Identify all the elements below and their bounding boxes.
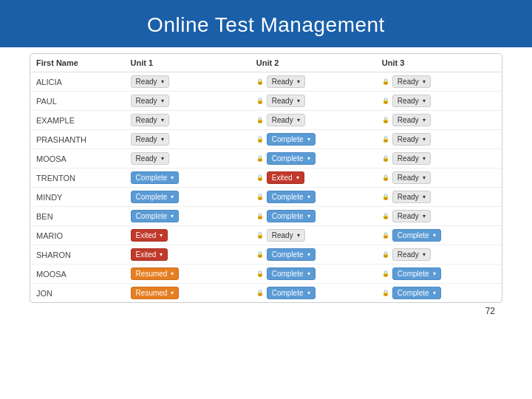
status-badge-complete[interactable]: Complete▾	[267, 191, 316, 203]
dropdown-arrow-icon[interactable]: ▾	[423, 251, 426, 258]
dropdown-arrow-icon[interactable]: ▾	[161, 155, 164, 162]
dropdown-arrow-icon[interactable]: ▾	[423, 174, 426, 181]
status-badge-ready[interactable]: Ready▾	[392, 133, 431, 146]
lock-icon: 🔒	[256, 290, 264, 296]
status-badge-complete[interactable]: Complete▾	[392, 267, 441, 280]
badge-label: Ready	[398, 212, 419, 220]
status-badge-ready[interactable]: Ready▾	[267, 95, 305, 107]
status-badge-complete[interactable]: Complete▾	[392, 287, 441, 299]
cell-unit3: 🔒Ready▾	[376, 72, 502, 92]
dropdown-arrow-icon[interactable]: ▾	[307, 194, 310, 200]
dropdown-arrow-icon[interactable]: ▾	[307, 213, 310, 219]
status-badge-resumed[interactable]: Resumed▾	[131, 287, 180, 299]
cell-unit3: 🔒Ready▾	[376, 92, 502, 111]
status-badge-ready[interactable]: Ready▾	[392, 75, 431, 88]
status-badge-complete[interactable]: Complete▾	[131, 171, 180, 184]
status-badge-complete[interactable]: Complete▾	[267, 248, 316, 261]
dropdown-arrow-icon[interactable]: ▾	[433, 290, 436, 296]
col-first-name: First Name	[30, 54, 125, 72]
lock-icon: 🔒	[382, 270, 389, 277]
status-badge-ready[interactable]: Ready▾	[267, 114, 305, 126]
status-badge-ready[interactable]: Ready▾	[392, 171, 431, 184]
status-badge-ready[interactable]: Ready▾	[392, 114, 431, 126]
status-badge-complete[interactable]: Complete▾	[267, 133, 316, 146]
dropdown-arrow-icon[interactable]: ▾	[433, 270, 436, 277]
dropdown-arrow-icon[interactable]: ▾	[171, 194, 174, 200]
badge-label: Exited	[136, 231, 157, 239]
status-badge-complete[interactable]: Complete▾	[267, 287, 316, 299]
badge-label: Complete	[136, 174, 168, 182]
dropdown-arrow-icon[interactable]: ▾	[296, 174, 299, 181]
dropdown-arrow-icon[interactable]: ▾	[307, 155, 310, 162]
dropdown-arrow-icon[interactable]: ▾	[307, 270, 310, 277]
student-name: BEN	[30, 207, 125, 226]
student-name: ALICIA	[30, 72, 125, 92]
badge-label: Ready	[398, 154, 419, 163]
cell-unit2: 🔒Complete▾	[250, 149, 376, 168]
dropdown-arrow-icon[interactable]: ▾	[297, 232, 300, 239]
cell-unit3: 🔒Ready▾	[376, 111, 502, 130]
status-badge-resumed[interactable]: Resumed▾	[131, 267, 180, 280]
dropdown-arrow-icon[interactable]: ▾	[423, 155, 426, 162]
dropdown-arrow-icon[interactable]: ▾	[171, 290, 174, 296]
dropdown-arrow-icon[interactable]: ▾	[307, 251, 310, 258]
dropdown-arrow-icon[interactable]: ▾	[161, 136, 164, 143]
badge-label: Ready	[398, 250, 419, 259]
dropdown-arrow-icon[interactable]: ▾	[433, 232, 436, 239]
dropdown-arrow-icon[interactable]: ▾	[161, 117, 164, 123]
dropdown-arrow-icon[interactable]: ▾	[423, 78, 426, 85]
status-badge-ready[interactable]: Ready▾	[131, 75, 169, 88]
dropdown-arrow-icon[interactable]: ▾	[307, 136, 310, 143]
lock-icon: 🔒	[256, 232, 264, 239]
dropdown-arrow-icon[interactable]: ▾	[423, 213, 426, 219]
status-badge-ready[interactable]: Ready▾	[267, 75, 305, 88]
cell-unit2: 🔒Complete▾	[250, 265, 376, 284]
dropdown-arrow-icon[interactable]: ▾	[161, 98, 164, 104]
status-badge-ready[interactable]: Ready▾	[392, 152, 431, 165]
status-badge-ready[interactable]: Ready▾	[131, 152, 169, 165]
status-badge-exited[interactable]: Exited▾	[131, 248, 168, 261]
dropdown-arrow-icon[interactable]: ▾	[171, 270, 174, 277]
status-badge-exited[interactable]: Exited▾	[267, 171, 304, 184]
dropdown-arrow-icon[interactable]: ▾	[297, 98, 300, 104]
status-badge-complete[interactable]: Complete▾	[267, 152, 316, 165]
status-badge-ready[interactable]: Ready▾	[392, 95, 431, 107]
dropdown-arrow-icon[interactable]: ▾	[423, 136, 426, 143]
lock-icon: 🔒	[256, 117, 264, 123]
status-badge-ready[interactable]: Ready▾	[131, 133, 169, 146]
badge-label: Ready	[272, 78, 293, 86]
badge-label: Ready	[272, 231, 293, 239]
lock-icon: 🔒	[382, 232, 389, 239]
dropdown-arrow-icon[interactable]: ▾	[297, 117, 300, 123]
page-number: 72	[30, 303, 502, 316]
dropdown-arrow-icon[interactable]: ▾	[160, 251, 163, 258]
lock-icon: 🔒	[382, 290, 389, 296]
status-badge-ready[interactable]: Ready▾	[392, 210, 431, 222]
cell-unit1: Ready▾	[125, 111, 250, 130]
dropdown-arrow-icon[interactable]: ▾	[161, 78, 164, 85]
status-badge-complete[interactable]: Complete▾	[267, 210, 316, 222]
badge-label: Resumed	[136, 289, 168, 297]
dropdown-arrow-icon[interactable]: ▾	[297, 78, 300, 85]
status-badge-ready[interactable]: Ready▾	[131, 114, 169, 126]
status-badge-ready[interactable]: Ready▾	[392, 191, 431, 203]
table-row: MOOSAReady▾🔒Complete▾🔒Ready▾	[30, 149, 502, 168]
status-badge-ready[interactable]: Ready▾	[267, 229, 305, 242]
dropdown-arrow-icon[interactable]: ▾	[423, 194, 426, 200]
dropdown-arrow-icon[interactable]: ▾	[423, 117, 426, 123]
status-badge-exited[interactable]: Exited▾	[131, 229, 168, 242]
status-badge-ready[interactable]: Ready▾	[131, 95, 169, 107]
dropdown-arrow-icon[interactable]: ▾	[171, 174, 174, 181]
dropdown-arrow-icon[interactable]: ▾	[423, 98, 426, 104]
status-badge-ready[interactable]: Ready▾	[392, 248, 431, 261]
lock-icon: 🔒	[382, 136, 389, 143]
dropdown-arrow-icon[interactable]: ▾	[160, 232, 163, 239]
status-badge-complete[interactable]: Complete▾	[267, 267, 316, 280]
cell-unit1: Complete▾	[125, 188, 250, 207]
dropdown-arrow-icon[interactable]: ▾	[307, 290, 310, 296]
dropdown-arrow-icon[interactable]: ▾	[171, 213, 174, 219]
status-badge-complete[interactable]: Complete▾	[131, 210, 180, 222]
status-badge-complete[interactable]: Complete▾	[392, 229, 441, 242]
status-badge-complete[interactable]: Complete▾	[131, 191, 180, 203]
badge-label: Ready	[272, 97, 293, 105]
